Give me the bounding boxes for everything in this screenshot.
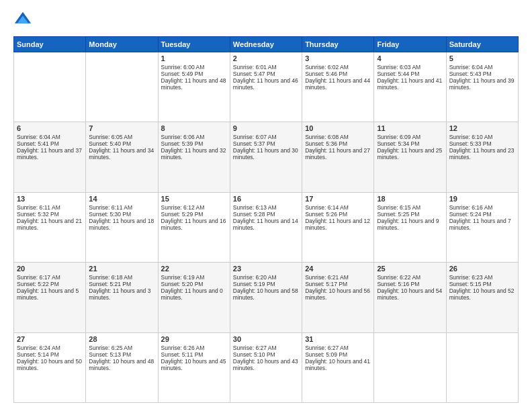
weekday-header-tuesday: Tuesday: [158, 37, 230, 52]
weekday-header-friday: Friday: [374, 37, 446, 52]
daylight-text: Daylight: 11 hours and 46 minutes.: [233, 77, 299, 91]
day-number: 19: [449, 195, 515, 203]
sunset-text: Sunset: 5:37 PM: [233, 140, 299, 147]
day-number: 22: [161, 265, 227, 273]
calendar-cell: 19Sunrise: 6:16 AMSunset: 5:24 PMDayligh…: [446, 192, 518, 262]
sunset-text: Sunset: 5:14 PM: [17, 351, 83, 358]
sunset-text: Sunset: 5:49 PM: [161, 71, 227, 77]
sunrise-text: Sunrise: 6:08 AM: [305, 134, 371, 140]
sunset-text: Sunset: 5:46 PM: [305, 71, 371, 77]
daylight-text: Daylight: 11 hours and 23 minutes.: [449, 147, 515, 161]
sunset-text: Sunset: 5:30 PM: [89, 211, 154, 218]
sunset-text: Sunset: 5:26 PM: [305, 211, 371, 218]
calendar-cell: 18Sunrise: 6:15 AMSunset: 5:25 PMDayligh…: [374, 192, 446, 262]
sunrise-text: Sunrise: 6:05 AM: [89, 134, 154, 140]
day-number: 8: [161, 124, 227, 132]
day-number: 17: [305, 195, 371, 203]
sunrise-text: Sunrise: 6:07 AM: [233, 134, 299, 140]
sunset-text: Sunset: 5:22 PM: [17, 281, 83, 287]
sunrise-text: Sunrise: 6:20 AM: [233, 274, 299, 281]
day-number: 24: [305, 265, 371, 273]
daylight-text: Daylight: 11 hours and 0 minutes.: [161, 287, 227, 301]
sunrise-text: Sunrise: 6:15 AM: [377, 204, 443, 211]
week-row-5: 27Sunrise: 6:24 AMSunset: 5:14 PMDayligh…: [14, 332, 519, 402]
daylight-text: Daylight: 11 hours and 48 minutes.: [161, 77, 227, 91]
calendar-cell: 6Sunrise: 6:04 AMSunset: 5:41 PMDaylight…: [14, 122, 86, 192]
sunrise-text: Sunrise: 6:10 AM: [449, 134, 515, 140]
weekday-header-row: SundayMondayTuesdayWednesdayThursdayFrid…: [14, 37, 519, 52]
weekday-header-thursday: Thursday: [302, 37, 374, 52]
sunset-text: Sunset: 5:33 PM: [449, 140, 515, 147]
sunset-text: Sunset: 5:25 PM: [377, 211, 443, 218]
sunrise-text: Sunrise: 6:17 AM: [17, 274, 83, 281]
calendar-cell: 1Sunrise: 6:00 AMSunset: 5:49 PMDaylight…: [158, 52, 230, 122]
calendar-cell: 5Sunrise: 6:04 AMSunset: 5:43 PMDaylight…: [446, 52, 518, 122]
daylight-text: Daylight: 11 hours and 18 minutes.: [89, 218, 154, 231]
page: SundayMondayTuesdayWednesdayThursdayFrid…: [0, 0, 532, 411]
day-number: 30: [233, 335, 299, 343]
sunrise-text: Sunrise: 6:03 AM: [377, 64, 443, 71]
sunrise-text: Sunrise: 6:04 AM: [449, 64, 515, 71]
day-number: 26: [449, 265, 515, 273]
day-number: 18: [377, 195, 443, 203]
day-number: 16: [233, 195, 299, 203]
week-row-3: 13Sunrise: 6:11 AMSunset: 5:32 PMDayligh…: [14, 192, 519, 262]
day-number: 1: [161, 54, 227, 62]
day-number: 31: [305, 335, 371, 343]
daylight-text: Daylight: 11 hours and 3 minutes.: [89, 287, 154, 301]
daylight-text: Daylight: 10 hours and 52 minutes.: [449, 287, 515, 301]
calendar-cell: 12Sunrise: 6:10 AMSunset: 5:33 PMDayligh…: [446, 122, 518, 192]
sunrise-text: Sunrise: 6:19 AM: [161, 274, 227, 281]
sunset-text: Sunset: 5:44 PM: [377, 71, 443, 77]
sunrise-text: Sunrise: 6:06 AM: [161, 134, 227, 140]
sunrise-text: Sunrise: 6:16 AM: [449, 204, 515, 211]
sunrise-text: Sunrise: 6:09 AM: [377, 134, 443, 140]
sunset-text: Sunset: 5:11 PM: [161, 351, 227, 358]
daylight-text: Daylight: 10 hours and 48 minutes.: [89, 358, 154, 371]
daylight-text: Daylight: 11 hours and 39 minutes.: [449, 77, 515, 91]
sunrise-text: Sunrise: 6:12 AM: [161, 204, 227, 211]
sunset-text: Sunset: 5:20 PM: [161, 281, 227, 287]
day-number: 5: [449, 54, 515, 62]
sunrise-text: Sunrise: 6:27 AM: [305, 345, 371, 351]
sunrise-text: Sunrise: 6:04 AM: [17, 134, 83, 140]
sunrise-text: Sunrise: 6:00 AM: [161, 64, 227, 71]
sunset-text: Sunset: 5:09 PM: [305, 351, 371, 358]
calendar-cell: [374, 332, 446, 402]
sunset-text: Sunset: 5:29 PM: [161, 211, 227, 218]
sunrise-text: Sunrise: 6:23 AM: [449, 274, 515, 281]
weekday-header-monday: Monday: [86, 37, 158, 52]
day-number: 21: [89, 265, 154, 273]
week-row-2: 6Sunrise: 6:04 AMSunset: 5:41 PMDaylight…: [14, 122, 519, 192]
daylight-text: Daylight: 11 hours and 12 minutes.: [305, 218, 371, 231]
day-number: 11: [377, 124, 443, 132]
calendar-cell: 7Sunrise: 6:05 AMSunset: 5:40 PMDaylight…: [86, 122, 158, 192]
calendar-cell: 27Sunrise: 6:24 AMSunset: 5:14 PMDayligh…: [14, 332, 86, 402]
daylight-text: Daylight: 10 hours and 50 minutes.: [17, 358, 83, 371]
day-number: 2: [233, 54, 299, 62]
daylight-text: Daylight: 10 hours and 56 minutes.: [305, 287, 371, 301]
daylight-text: Daylight: 11 hours and 14 minutes.: [233, 218, 299, 231]
sunrise-text: Sunrise: 6:22 AM: [377, 274, 443, 281]
weekday-header-wednesday: Wednesday: [230, 37, 302, 52]
sunset-text: Sunset: 5:47 PM: [233, 71, 299, 77]
sunset-text: Sunset: 5:19 PM: [233, 281, 299, 287]
sunset-text: Sunset: 5:40 PM: [89, 140, 154, 147]
calendar-cell: 29Sunrise: 6:26 AMSunset: 5:11 PMDayligh…: [158, 332, 230, 402]
sunrise-text: Sunrise: 6:11 AM: [17, 204, 83, 211]
daylight-text: Daylight: 11 hours and 7 minutes.: [449, 218, 515, 231]
day-number: 10: [305, 124, 371, 132]
header: [13, 11, 519, 30]
sunset-text: Sunset: 5:32 PM: [17, 211, 83, 218]
sunrise-text: Sunrise: 6:14 AM: [305, 204, 371, 211]
sunset-text: Sunset: 5:43 PM: [449, 71, 515, 77]
sunset-text: Sunset: 5:36 PM: [305, 140, 371, 147]
sunset-text: Sunset: 5:17 PM: [305, 281, 371, 287]
calendar-cell: 10Sunrise: 6:08 AMSunset: 5:36 PMDayligh…: [302, 122, 374, 192]
logo: [13, 11, 35, 30]
daylight-text: Daylight: 11 hours and 44 minutes.: [305, 77, 371, 91]
day-number: 4: [377, 54, 443, 62]
calendar-cell: 4Sunrise: 6:03 AMSunset: 5:44 PMDaylight…: [374, 52, 446, 122]
calendar-cell: 15Sunrise: 6:12 AMSunset: 5:29 PMDayligh…: [158, 192, 230, 262]
day-number: 28: [89, 335, 154, 343]
